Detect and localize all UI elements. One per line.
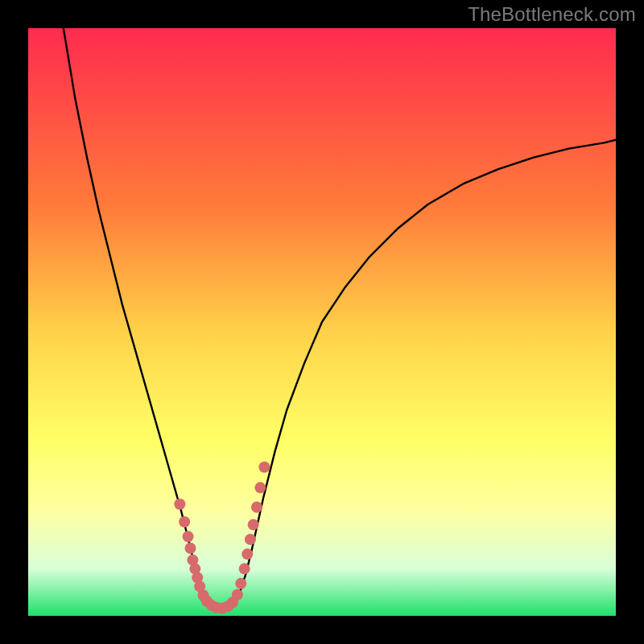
plot-area xyxy=(28,28,616,616)
chart-canvas xyxy=(28,28,616,616)
marker-point xyxy=(251,502,262,513)
marker-point xyxy=(232,589,243,601)
marker-point xyxy=(248,519,259,530)
outer-frame: TheBottleneck.com xyxy=(0,0,644,644)
marker-point xyxy=(235,578,246,589)
marker-point xyxy=(174,498,185,510)
marker-point xyxy=(184,543,196,554)
marker-point xyxy=(258,461,270,473)
marker-point xyxy=(239,564,250,575)
marker-point xyxy=(183,530,194,542)
marker-point xyxy=(254,482,266,493)
marker-point xyxy=(179,516,190,527)
marker-point xyxy=(245,534,256,545)
watermark-text: TheBottleneck.com xyxy=(468,3,636,26)
marker-point xyxy=(242,548,253,559)
